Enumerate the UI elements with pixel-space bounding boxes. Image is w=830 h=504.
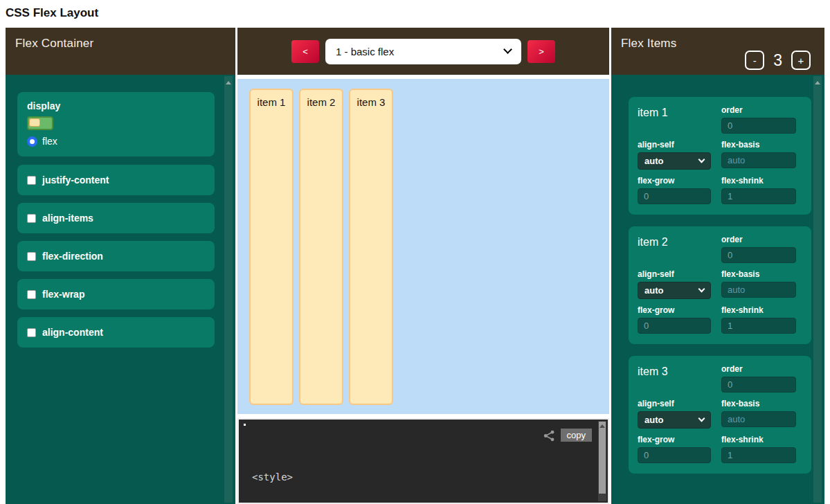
- property-card-flex-wrap: flex-wrap: [17, 279, 215, 309]
- align-content-label: align-content: [42, 327, 103, 338]
- item-3-align-self-select[interactable]: auto: [638, 411, 711, 429]
- preview-item-3: item 3: [349, 89, 393, 405]
- order-label: order: [721, 364, 796, 374]
- css-flex-layout-app: CSS Flex Layout Flex Container display f…: [0, 0, 830, 504]
- code-text: <style> .flex-container { display: flex;: [252, 444, 363, 504]
- flex-items-panel: Flex Items - 3 + item 1 order 0 align-se…: [611, 28, 824, 504]
- item-3-card: item 3 order 0 align-self auto flex-basi…: [629, 356, 811, 474]
- flex-shrink-label: flex-shrink: [721, 305, 796, 315]
- chevron-down-icon: [698, 415, 705, 422]
- display-toggle-knob: [29, 118, 40, 127]
- display-toggle[interactable]: [27, 116, 53, 130]
- item-2-align-self-value: auto: [644, 285, 663, 296]
- flex-shrink-label: flex-shrink: [721, 435, 796, 444]
- flex-container-panel-header: Flex Container: [6, 28, 235, 75]
- flex-wrap-checkbox[interactable]: [27, 290, 36, 299]
- flex-preview-container: item 1 item 2 item 3: [237, 79, 609, 414]
- item-3-align-self-value: auto: [644, 415, 663, 425]
- increase-items-button[interactable]: +: [791, 51, 811, 70]
- preview-item-1: item 1: [249, 89, 294, 405]
- item-2-title: item 2: [638, 235, 711, 263]
- code-panel-scroll-thumb[interactable]: [599, 422, 606, 494]
- align-self-label: align-self: [638, 269, 711, 279]
- flex-items-panel-header: Flex Items - 3 +: [611, 28, 824, 75]
- display-label: display: [27, 100, 205, 111]
- flex-wrap-label: flex-wrap: [42, 289, 84, 300]
- item-2-flex-grow-input[interactable]: 0: [638, 318, 711, 334]
- property-card-justify-content: justify-content: [17, 165, 215, 195]
- item-count-controls: - 3 +: [745, 51, 811, 70]
- code-panel: <style> .flex-container { display: flex;…: [237, 418, 609, 504]
- scroll-up-icon: [815, 81, 820, 84]
- flex-radio[interactable]: [27, 136, 37, 147]
- item-3-flex-shrink-input[interactable]: 1: [721, 447, 796, 463]
- chevron-down-icon: [503, 45, 512, 54]
- item-count: 3: [773, 51, 782, 70]
- property-card-align-content: align-content: [17, 317, 215, 348]
- flex-basis-label: flex-basis: [721, 140, 796, 150]
- flex-radio-label: flex: [42, 136, 57, 147]
- next-scenario-button[interactable]: >: [527, 40, 555, 63]
- flex-grow-label: flex-grow: [638, 305, 711, 315]
- item-3-flex-basis-input[interactable]: auto: [721, 411, 796, 427]
- flex-basis-label: flex-basis: [721, 269, 796, 279]
- item-1-align-self-select[interactable]: auto: [638, 152, 711, 170]
- scenario-selected-value: 1 - basic flex: [336, 46, 394, 57]
- item-2-align-self-select[interactable]: auto: [638, 282, 711, 299]
- flex-container-panel-body: display flex justify-content align-item: [6, 75, 235, 504]
- item-1-flex-shrink-input[interactable]: 1: [721, 188, 796, 204]
- item-1-title: item 1: [638, 105, 711, 134]
- scenario-header: < 1 - basic flex >: [237, 28, 609, 75]
- item-3-flex-grow-input[interactable]: 0: [638, 447, 711, 463]
- item-1-card: item 1 order 0 align-self auto flex-basi…: [629, 97, 811, 215]
- display-card: display flex: [17, 92, 215, 156]
- flex-container-panel: Flex Container display flex justify-cont…: [6, 28, 235, 504]
- align-items-checkbox[interactable]: [27, 214, 36, 223]
- flex-grow-label: flex-grow: [638, 176, 711, 186]
- scenario-select[interactable]: 1 - basic flex: [325, 39, 521, 64]
- decrease-items-button[interactable]: -: [745, 51, 764, 70]
- share-icon[interactable]: [543, 430, 555, 442]
- order-label: order: [721, 105, 796, 115]
- flex-items-panel-title: Flex Items: [621, 37, 676, 51]
- preview-item-2: item 2: [299, 89, 343, 405]
- justify-content-label: justify-content: [42, 174, 109, 186]
- property-card-align-items: align-items: [17, 203, 215, 233]
- item-1-flex-basis-input[interactable]: auto: [721, 152, 796, 168]
- item-2-flex-shrink-input[interactable]: 1: [721, 318, 796, 334]
- item-2-card: item 2 order 0 align-self auto flex-basi…: [629, 226, 811, 344]
- align-content-checkbox[interactable]: [27, 328, 36, 337]
- flex-items-panel-scrollbar[interactable]: [813, 76, 822, 503]
- align-self-label: align-self: [638, 140, 711, 150]
- flex-direction-label: flex-direction: [42, 251, 103, 262]
- flex-basis-label: flex-basis: [721, 399, 796, 408]
- flex-container-panel-title: Flex Container: [15, 37, 93, 51]
- justify-content-checkbox[interactable]: [27, 176, 36, 185]
- flex-shrink-label: flex-shrink: [721, 176, 796, 186]
- align-self-label: align-self: [638, 399, 711, 408]
- prev-scenario-button[interactable]: <: [291, 40, 319, 63]
- page-title: CSS Flex Layout: [6, 6, 98, 20]
- copy-button[interactable]: copy: [561, 429, 592, 442]
- flex-container-panel-scrollbar[interactable]: [224, 76, 233, 503]
- code-panel-scrollbar[interactable]: [598, 421, 606, 501]
- item-1-flex-grow-input[interactable]: 0: [638, 188, 711, 204]
- flex-direction-checkbox[interactable]: [27, 252, 36, 261]
- chevron-down-icon: [698, 286, 705, 293]
- cursor-dot: [244, 424, 246, 426]
- scroll-up-icon: [226, 81, 231, 84]
- chevron-down-icon: [698, 156, 705, 163]
- align-items-label: align-items: [42, 213, 93, 224]
- property-card-flex-direction: flex-direction: [17, 241, 215, 271]
- item-3-order-input[interactable]: 0: [721, 377, 796, 393]
- item-1-align-self-value: auto: [644, 156, 663, 166]
- scroll-up-icon: [599, 424, 605, 428]
- item-3-title: item 3: [638, 364, 711, 393]
- order-label: order: [721, 235, 796, 244]
- item-1-order-input[interactable]: 0: [721, 118, 796, 134]
- flex-grow-label: flex-grow: [638, 435, 711, 444]
- item-2-flex-basis-input[interactable]: auto: [721, 282, 796, 298]
- flex-items-panel-body: item 1 order 0 align-self auto flex-basi…: [611, 75, 824, 504]
- code-line: <style>: [252, 471, 363, 484]
- item-2-order-input[interactable]: 0: [721, 247, 796, 263]
